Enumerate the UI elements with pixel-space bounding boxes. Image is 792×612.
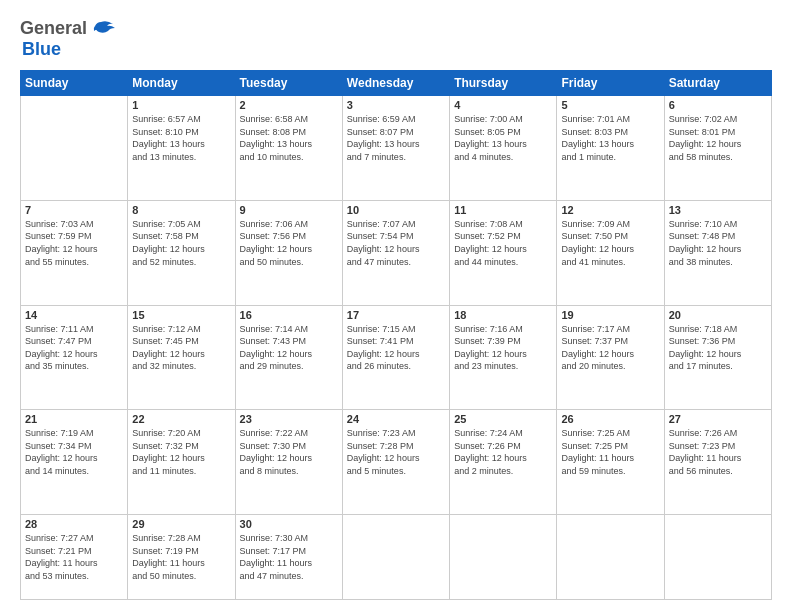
calendar-cell: 28Sunrise: 7:27 AM Sunset: 7:21 PM Dayli…: [21, 515, 128, 600]
cell-daylight-text: Sunrise: 7:18 AM Sunset: 7:36 PM Dayligh…: [669, 323, 767, 373]
day-number: 30: [240, 518, 338, 530]
calendar-cell: [342, 515, 449, 600]
calendar-cell: 7Sunrise: 7:03 AM Sunset: 7:59 PM Daylig…: [21, 200, 128, 305]
cell-daylight-text: Sunrise: 7:30 AM Sunset: 7:17 PM Dayligh…: [240, 532, 338, 582]
calendar-cell: 5Sunrise: 7:01 AM Sunset: 8:03 PM Daylig…: [557, 96, 664, 201]
calendar-week-row: 28Sunrise: 7:27 AM Sunset: 7:21 PM Dayli…: [21, 515, 772, 600]
calendar-cell: 3Sunrise: 6:59 AM Sunset: 8:07 PM Daylig…: [342, 96, 449, 201]
calendar-cell: 25Sunrise: 7:24 AM Sunset: 7:26 PM Dayli…: [450, 410, 557, 515]
calendar-week-row: 14Sunrise: 7:11 AM Sunset: 7:47 PM Dayli…: [21, 305, 772, 410]
cell-daylight-text: Sunrise: 7:23 AM Sunset: 7:28 PM Dayligh…: [347, 427, 445, 477]
calendar-cell: 29Sunrise: 7:28 AM Sunset: 7:19 PM Dayli…: [128, 515, 235, 600]
cell-daylight-text: Sunrise: 7:06 AM Sunset: 7:56 PM Dayligh…: [240, 218, 338, 268]
calendar-cell: 23Sunrise: 7:22 AM Sunset: 7:30 PM Dayli…: [235, 410, 342, 515]
cell-daylight-text: Sunrise: 7:09 AM Sunset: 7:50 PM Dayligh…: [561, 218, 659, 268]
day-number: 9: [240, 204, 338, 216]
calendar-table: SundayMondayTuesdayWednesdayThursdayFrid…: [20, 70, 772, 600]
calendar-cell: 16Sunrise: 7:14 AM Sunset: 7:43 PM Dayli…: [235, 305, 342, 410]
day-number: 21: [25, 413, 123, 425]
header: General Blue: [20, 18, 772, 60]
page: General Blue SundayMondayTuesdayWednesda…: [0, 0, 792, 612]
calendar-cell: 30Sunrise: 7:30 AM Sunset: 7:17 PM Dayli…: [235, 515, 342, 600]
cell-daylight-text: Sunrise: 7:25 AM Sunset: 7:25 PM Dayligh…: [561, 427, 659, 477]
calendar-cell: 27Sunrise: 7:26 AM Sunset: 7:23 PM Dayli…: [664, 410, 771, 515]
calendar-day-header: Thursday: [450, 71, 557, 96]
day-number: 22: [132, 413, 230, 425]
calendar-day-header: Saturday: [664, 71, 771, 96]
cell-daylight-text: Sunrise: 7:24 AM Sunset: 7:26 PM Dayligh…: [454, 427, 552, 477]
calendar-cell: 15Sunrise: 7:12 AM Sunset: 7:45 PM Dayli…: [128, 305, 235, 410]
calendar-cell: 12Sunrise: 7:09 AM Sunset: 7:50 PM Dayli…: [557, 200, 664, 305]
calendar-cell: [450, 515, 557, 600]
calendar-cell: 21Sunrise: 7:19 AM Sunset: 7:34 PM Dayli…: [21, 410, 128, 515]
day-number: 4: [454, 99, 552, 111]
calendar-cell: 2Sunrise: 6:58 AM Sunset: 8:08 PM Daylig…: [235, 96, 342, 201]
cell-daylight-text: Sunrise: 7:02 AM Sunset: 8:01 PM Dayligh…: [669, 113, 767, 163]
calendar-cell: 26Sunrise: 7:25 AM Sunset: 7:25 PM Dayli…: [557, 410, 664, 515]
day-number: 5: [561, 99, 659, 111]
calendar-day-header: Sunday: [21, 71, 128, 96]
day-number: 14: [25, 309, 123, 321]
day-number: 11: [454, 204, 552, 216]
calendar-cell: [664, 515, 771, 600]
calendar-week-row: 21Sunrise: 7:19 AM Sunset: 7:34 PM Dayli…: [21, 410, 772, 515]
calendar-cell: 17Sunrise: 7:15 AM Sunset: 7:41 PM Dayli…: [342, 305, 449, 410]
calendar-cell: 10Sunrise: 7:07 AM Sunset: 7:54 PM Dayli…: [342, 200, 449, 305]
day-number: 6: [669, 99, 767, 111]
cell-daylight-text: Sunrise: 7:17 AM Sunset: 7:37 PM Dayligh…: [561, 323, 659, 373]
day-number: 29: [132, 518, 230, 530]
cell-daylight-text: Sunrise: 7:12 AM Sunset: 7:45 PM Dayligh…: [132, 323, 230, 373]
calendar-cell: 13Sunrise: 7:10 AM Sunset: 7:48 PM Dayli…: [664, 200, 771, 305]
cell-daylight-text: Sunrise: 7:27 AM Sunset: 7:21 PM Dayligh…: [25, 532, 123, 582]
calendar-cell: 11Sunrise: 7:08 AM Sunset: 7:52 PM Dayli…: [450, 200, 557, 305]
day-number: 13: [669, 204, 767, 216]
day-number: 2: [240, 99, 338, 111]
cell-daylight-text: Sunrise: 7:16 AM Sunset: 7:39 PM Dayligh…: [454, 323, 552, 373]
cell-daylight-text: Sunrise: 7:08 AM Sunset: 7:52 PM Dayligh…: [454, 218, 552, 268]
calendar-cell: 19Sunrise: 7:17 AM Sunset: 7:37 PM Dayli…: [557, 305, 664, 410]
cell-daylight-text: Sunrise: 7:20 AM Sunset: 7:32 PM Dayligh…: [132, 427, 230, 477]
day-number: 28: [25, 518, 123, 530]
cell-daylight-text: Sunrise: 7:19 AM Sunset: 7:34 PM Dayligh…: [25, 427, 123, 477]
calendar-cell: 20Sunrise: 7:18 AM Sunset: 7:36 PM Dayli…: [664, 305, 771, 410]
cell-daylight-text: Sunrise: 6:59 AM Sunset: 8:07 PM Dayligh…: [347, 113, 445, 163]
cell-daylight-text: Sunrise: 7:05 AM Sunset: 7:58 PM Dayligh…: [132, 218, 230, 268]
day-number: 12: [561, 204, 659, 216]
day-number: 18: [454, 309, 552, 321]
cell-daylight-text: Sunrise: 7:22 AM Sunset: 7:30 PM Dayligh…: [240, 427, 338, 477]
day-number: 23: [240, 413, 338, 425]
day-number: 7: [25, 204, 123, 216]
calendar-cell: 22Sunrise: 7:20 AM Sunset: 7:32 PM Dayli…: [128, 410, 235, 515]
logo-blue-text: Blue: [22, 39, 61, 60]
day-number: 3: [347, 99, 445, 111]
cell-daylight-text: Sunrise: 7:28 AM Sunset: 7:19 PM Dayligh…: [132, 532, 230, 582]
cell-daylight-text: Sunrise: 6:58 AM Sunset: 8:08 PM Dayligh…: [240, 113, 338, 163]
cell-daylight-text: Sunrise: 7:07 AM Sunset: 7:54 PM Dayligh…: [347, 218, 445, 268]
calendar-day-header: Friday: [557, 71, 664, 96]
day-number: 16: [240, 309, 338, 321]
cell-daylight-text: Sunrise: 7:10 AM Sunset: 7:48 PM Dayligh…: [669, 218, 767, 268]
calendar-cell: 8Sunrise: 7:05 AM Sunset: 7:58 PM Daylig…: [128, 200, 235, 305]
cell-daylight-text: Sunrise: 7:11 AM Sunset: 7:47 PM Dayligh…: [25, 323, 123, 373]
day-number: 26: [561, 413, 659, 425]
cell-daylight-text: Sunrise: 7:15 AM Sunset: 7:41 PM Dayligh…: [347, 323, 445, 373]
day-number: 8: [132, 204, 230, 216]
calendar-week-row: 1Sunrise: 6:57 AM Sunset: 8:10 PM Daylig…: [21, 96, 772, 201]
cell-daylight-text: Sunrise: 7:01 AM Sunset: 8:03 PM Dayligh…: [561, 113, 659, 163]
day-number: 27: [669, 413, 767, 425]
calendar-cell: 6Sunrise: 7:02 AM Sunset: 8:01 PM Daylig…: [664, 96, 771, 201]
calendar-header-row: SundayMondayTuesdayWednesdayThursdayFrid…: [21, 71, 772, 96]
calendar-cell: 9Sunrise: 7:06 AM Sunset: 7:56 PM Daylig…: [235, 200, 342, 305]
cell-daylight-text: Sunrise: 7:03 AM Sunset: 7:59 PM Dayligh…: [25, 218, 123, 268]
calendar-day-header: Wednesday: [342, 71, 449, 96]
calendar-cell: [21, 96, 128, 201]
calendar-cell: 18Sunrise: 7:16 AM Sunset: 7:39 PM Dayli…: [450, 305, 557, 410]
day-number: 10: [347, 204, 445, 216]
day-number: 1: [132, 99, 230, 111]
calendar-cell: [557, 515, 664, 600]
calendar-cell: 14Sunrise: 7:11 AM Sunset: 7:47 PM Dayli…: [21, 305, 128, 410]
calendar-day-header: Tuesday: [235, 71, 342, 96]
day-number: 20: [669, 309, 767, 321]
day-number: 24: [347, 413, 445, 425]
logo: General Blue: [20, 18, 115, 60]
